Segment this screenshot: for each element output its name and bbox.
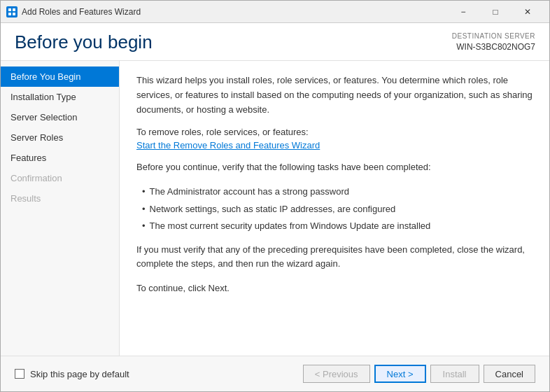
content-panel: This wizard helps you install roles, rol… (120, 61, 549, 356)
cancel-button[interactable]: Cancel (484, 365, 535, 383)
skip-label: Skip this page by default (30, 369, 129, 379)
bullet-dot-1: • (142, 185, 146, 199)
sidebar-item-installation-type[interactable]: Installation Type (1, 87, 119, 107)
header: Before you begin DESTINATION SERVER WIN-… (1, 23, 549, 61)
content-area: Before you begin DESTINATION SERVER WIN-… (1, 23, 549, 356)
verify-label: Before you continue, verify that the fol… (136, 160, 533, 175)
destination-label: DESTINATION SERVER (452, 31, 535, 41)
bullet-text-3: The most current security updates from W… (150, 219, 431, 233)
svg-rect-2 (8, 13, 11, 15)
sidebar-item-server-selection[interactable]: Server Selection (1, 107, 119, 127)
bullet-item-1: • The Administrator account has a strong… (142, 185, 533, 199)
skip-checkbox[interactable] (15, 369, 24, 379)
previous-button[interactable]: < Previous (303, 365, 370, 383)
main-area: Before You Begin Installation Type Serve… (1, 61, 549, 356)
remove-label: To remove roles, role services, or featu… (136, 127, 533, 137)
main-window: Add Roles and Features Wizard − □ ✕ Befo… (0, 0, 550, 392)
window-controls: − □ ✕ (447, 1, 544, 23)
note-text: If you must verify that any of the prece… (136, 243, 533, 272)
svg-rect-3 (13, 13, 15, 15)
prerequisites-list: • The Administrator account has a strong… (142, 185, 533, 233)
window-title: Add Roles and Features Wizard (22, 7, 447, 17)
bullet-item-2: • Network settings, such as static IP ad… (142, 202, 533, 216)
footer: Skip this page by default < Previous Nex… (1, 356, 549, 391)
svg-rect-1 (13, 8, 15, 11)
bullet-text-2: Network settings, such as static IP addr… (150, 202, 396, 216)
footer-buttons: < Previous Next > Install Cancel (303, 365, 535, 383)
bullet-dot-2: • (142, 202, 146, 216)
app-icon (6, 6, 17, 18)
sidebar-item-confirmation: Confirmation (1, 168, 119, 188)
destination-server-info: DESTINATION SERVER WIN-S3BC802NOG7 (452, 31, 535, 53)
minimize-button[interactable]: − (447, 1, 479, 23)
continue-text: To continue, click Next. (136, 281, 533, 296)
bullet-item-3: • The most current security updates from… (142, 219, 533, 233)
sidebar: Before You Begin Installation Type Serve… (1, 61, 120, 356)
titlebar: Add Roles and Features Wizard − □ ✕ (1, 1, 549, 23)
sidebar-item-server-roles[interactable]: Server Roles (1, 127, 119, 148)
sidebar-item-before-you-begin[interactable]: Before You Begin (1, 66, 119, 87)
sidebar-item-features[interactable]: Features (1, 148, 119, 168)
skip-area: Skip this page by default (15, 369, 303, 379)
bullet-text-1: The Administrator account has a strong p… (150, 185, 349, 199)
remove-link[interactable]: Start the Remove Roles and Features Wiza… (136, 140, 320, 150)
close-button[interactable]: ✕ (512, 1, 544, 23)
bullet-dot-3: • (142, 219, 146, 233)
server-name: WIN-S3BC802NOG7 (452, 41, 535, 53)
maximize-button[interactable]: □ (479, 1, 512, 23)
next-button[interactable]: Next > (374, 365, 426, 383)
sidebar-item-results: Results (1, 188, 119, 209)
install-button[interactable]: Install (430, 365, 479, 383)
intro-text: This wizard helps you install roles, rol… (136, 74, 533, 117)
svg-rect-0 (8, 8, 11, 11)
page-title: Before you begin (15, 31, 153, 53)
